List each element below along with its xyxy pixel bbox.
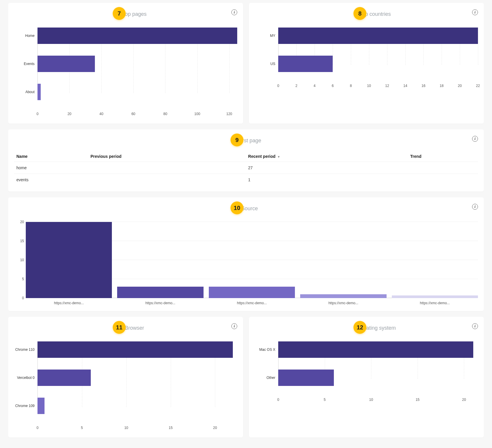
panel-browser: 11 Browser i Chrome 110Vercelbot 0Chrome… — [8, 317, 243, 437]
bar[interactable] — [300, 294, 386, 298]
step-badge: 9 — [230, 134, 243, 146]
table-col-header[interactable]: Trend — [408, 151, 478, 162]
table-row[interactable]: events1 — [14, 174, 478, 186]
axis-tick-label: 20 — [67, 112, 71, 116]
table-row[interactable]: home27 — [14, 162, 478, 174]
chart-top-countries: MYUS0246810121416182022 — [255, 25, 478, 90]
axis-tick-label: 20 — [462, 398, 466, 402]
table-col-header[interactable]: Recent period▼ — [246, 151, 408, 162]
axis-tick-label: 0 — [37, 426, 39, 430]
axis-tick-label: 40 — [100, 112, 103, 116]
axis-tick-label: 14 — [403, 84, 407, 88]
panel-os: 12 Operating system i Mac OS XOther05101… — [249, 317, 484, 437]
axis-category-label: Chrome 110 — [14, 348, 37, 352]
axis-tick-label: 60 — [131, 112, 135, 116]
axis-tick-label: 0 — [22, 296, 24, 300]
axis-tick-label: 15 — [416, 398, 419, 402]
panel-source: 10 Source i 05101520https://xmc-demo...h… — [8, 197, 484, 311]
axis-category-label: https://xmc-demo... — [300, 301, 386, 305]
axis-tick-label: 22 — [476, 84, 480, 88]
axis-tick-label: 10 — [20, 258, 24, 262]
axis-tick-label: 20 — [458, 84, 462, 88]
table-col-header[interactable]: Name — [14, 151, 88, 162]
axis-tick-label: 16 — [421, 84, 425, 88]
axis-category-label: About — [14, 90, 37, 94]
axis-tick-label: 0 — [37, 112, 39, 116]
first-page-table: NamePrevious periodRecent period▼Trend h… — [14, 151, 478, 186]
axis-category-label: Home — [14, 34, 37, 38]
bar[interactable] — [26, 222, 112, 298]
axis-category-label: MY — [255, 34, 278, 38]
bar[interactable] — [37, 341, 233, 358]
axis-category-label: https://xmc-demo... — [26, 301, 112, 305]
bar[interactable] — [278, 370, 334, 386]
panel-top-countries: 8 Top countries i MYUS024681012141618202… — [249, 3, 484, 124]
info-icon[interactable]: i — [472, 136, 478, 142]
axis-category-label: Events — [14, 62, 37, 66]
axis-category-label: Vercelbot 0 — [14, 376, 37, 380]
bar[interactable] — [392, 295, 478, 298]
axis-tick-label: 18 — [440, 84, 443, 88]
panel-title: Browser — [125, 325, 144, 331]
axis-category-label: https://xmc-demo... — [392, 301, 478, 305]
axis-tick-label: 5 — [22, 277, 24, 281]
axis-tick-label: 0 — [277, 84, 279, 88]
axis-tick-label: 10 — [124, 426, 128, 430]
bar[interactable] — [278, 56, 333, 72]
axis-tick-label: 20 — [213, 426, 217, 430]
bar[interactable] — [37, 398, 45, 414]
info-icon[interactable]: i — [231, 323, 237, 329]
info-icon[interactable]: i — [472, 323, 478, 329]
info-icon[interactable]: i — [472, 9, 478, 15]
axis-tick-label: 6 — [332, 84, 334, 88]
info-icon[interactable]: i — [472, 204, 478, 210]
step-badge: 7 — [113, 7, 126, 20]
axis-category-label: Other — [255, 376, 278, 380]
info-icon[interactable]: i — [231, 9, 237, 15]
sort-desc-icon: ▼ — [277, 155, 280, 158]
axis-category-label: https://xmc-demo... — [209, 301, 295, 305]
axis-category-label: US — [255, 62, 278, 66]
bar[interactable] — [117, 287, 203, 298]
axis-tick-label: 100 — [194, 112, 200, 116]
step-badge: 11 — [113, 321, 126, 334]
chart-source: 05101520https://xmc-demo...https://xmc-d… — [14, 219, 478, 305]
axis-tick-label: 5 — [81, 426, 83, 430]
axis-tick-label: 4 — [314, 84, 316, 88]
axis-tick-label: 12 — [385, 84, 389, 88]
bar[interactable] — [278, 341, 473, 358]
bar[interactable] — [37, 56, 95, 72]
chart-os: Mac OS XOther05101520 — [255, 338, 478, 403]
panel-title: Top pages — [122, 11, 146, 17]
table-header-row: NamePrevious periodRecent period▼Trend — [14, 151, 478, 162]
axis-tick-label: 5 — [324, 398, 326, 402]
step-badge: 12 — [353, 321, 366, 334]
table-col-header[interactable]: Previous period — [88, 151, 246, 162]
axis-category-label: Chrome 109 — [14, 404, 37, 408]
axis-tick-label: 15 — [169, 426, 172, 430]
bar[interactable] — [37, 84, 41, 100]
panel-title: Source — [241, 206, 258, 212]
bar[interactable] — [37, 370, 91, 386]
chart-browser: Chrome 110Vercelbot 0Chrome 10905101520 — [14, 338, 237, 432]
axis-tick-label: 10 — [369, 398, 373, 402]
axis-tick-label: 120 — [226, 112, 232, 116]
axis-category-label: https://xmc-demo... — [117, 301, 203, 305]
step-badge: 8 — [353, 7, 366, 20]
bar[interactable] — [37, 28, 237, 44]
bar[interactable] — [278, 28, 478, 44]
axis-tick-label: 20 — [20, 220, 24, 224]
axis-tick-label: 2 — [295, 84, 298, 88]
axis-tick-label: 10 — [367, 84, 371, 88]
axis-tick-label: 15 — [20, 239, 24, 243]
panel-top-pages: 7 Top pages i HomeEventsAbout02040608010… — [8, 3, 243, 124]
panel-first-page: 9 First page i NamePrevious periodRecent… — [8, 129, 484, 191]
axis-category-label: Mac OS X — [255, 348, 278, 352]
axis-tick-label: 8 — [350, 84, 352, 88]
axis-tick-label: 80 — [163, 112, 167, 116]
chart-top-pages: HomeEventsAbout020406080100120 — [14, 25, 237, 118]
bar[interactable] — [209, 287, 295, 298]
step-badge: 10 — [230, 201, 243, 214]
axis-tick-label: 0 — [277, 398, 279, 402]
